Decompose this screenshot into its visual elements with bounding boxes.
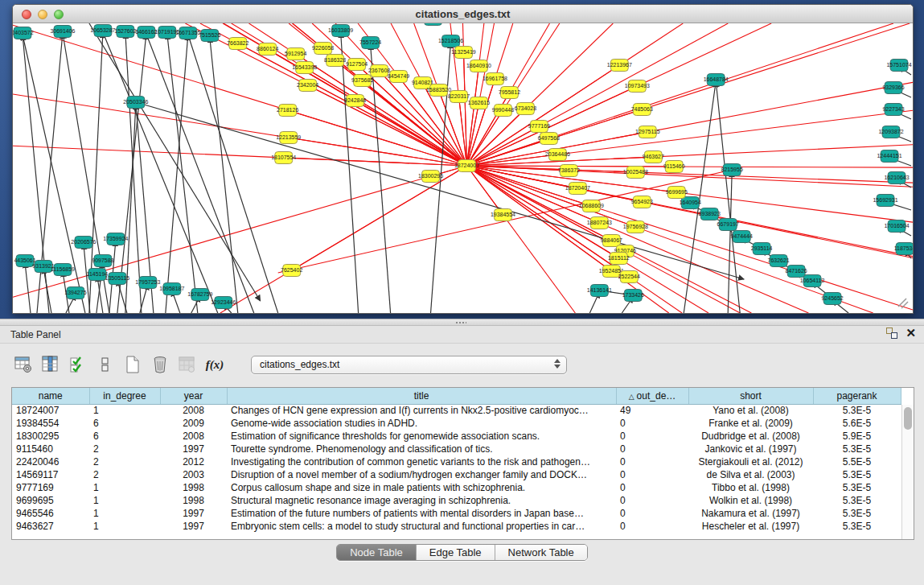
close-panel-icon[interactable]: ✕ — [906, 328, 916, 339]
graph-node[interactable]: 2403572 — [13, 27, 34, 39]
graph-node[interactable]: 8471626 — [786, 266, 807, 278]
table-row[interactable]: 946554611997Estimation of the future num… — [12, 507, 901, 520]
table-row[interactable]: 1938455462009Genome-wide association stu… — [12, 417, 901, 430]
table-cell[interactable]: Nakamura et al. (1997) — [688, 507, 813, 520]
graph-node[interactable]: 7663822 — [227, 38, 248, 50]
graph-node[interactable]: 8938923 — [699, 208, 721, 220]
graph-node[interactable]: 7485063 — [631, 104, 653, 116]
table-cell[interactable]: 18300295 — [12, 430, 89, 443]
graph-node[interactable]: 18807243 — [587, 217, 612, 229]
graph-node[interactable]: 8813054 — [422, 23, 444, 26]
column-header[interactable]: title — [227, 388, 616, 404]
table-cell[interactable]: Estimation of significance thresholds fo… — [227, 430, 616, 443]
graph-node[interactable]: 9097588 — [92, 255, 113, 267]
graph-node[interactable]: 11325419 — [451, 47, 476, 59]
graph-node[interactable]: 18724007 — [454, 160, 479, 172]
graph-node[interactable]: 1815112 — [608, 253, 630, 265]
graph-node[interactable]: 9242848 — [344, 95, 366, 107]
table-cell[interactable]: Tourette syndrome. Phenomenology and cla… — [227, 443, 616, 455]
panel-splitter[interactable] — [0, 319, 924, 326]
table-row[interactable]: 1456911722003Disruption of a novel membe… — [12, 468, 901, 481]
table-cell[interactable]: 0 — [616, 520, 688, 533]
table-cell[interactable]: 1 — [89, 520, 160, 533]
graph-node[interactable]: 9115460 — [663, 161, 685, 173]
graph-node[interactable]: 12093872 — [878, 126, 903, 138]
graph-node[interactable]: 20503346 — [123, 97, 148, 109]
graph-node[interactable]: 12444151 — [877, 150, 901, 163]
table-cell[interactable]: Embryonic stem cells: a model to study s… — [227, 520, 616, 533]
graph-node[interactable]: 9329366 — [882, 82, 904, 94]
graph-node[interactable]: 10653287 — [90, 25, 115, 37]
table-row[interactable]: 911546021997Tourette syndrome. Phenomeno… — [12, 443, 901, 455]
graph-node[interactable]: 1527602 — [114, 26, 136, 38]
graph-node[interactable]: 8860124 — [257, 43, 278, 56]
tab-node-table[interactable]: Node Table — [337, 545, 417, 560]
table-cell[interactable]: 1997 — [160, 443, 227, 455]
graph-node[interactable]: 15218506 — [438, 35, 463, 47]
table-cell[interactable]: 0 — [616, 443, 688, 455]
table-cell[interactable]: Jankovic et al. (1997) — [688, 443, 813, 455]
table-cell[interactable]: 1 — [89, 481, 160, 494]
table-cell[interactable]: 22420046 — [12, 455, 89, 468]
graph-node[interactable]: 9699695 — [666, 187, 688, 199]
graph-node[interactable]: 14136141 — [587, 285, 612, 297]
table-cell[interactable]: 2008 — [160, 430, 227, 443]
new-table-icon[interactable] — [121, 352, 145, 377]
table-cell[interactable]: 1998 — [160, 494, 227, 507]
graph-node[interactable]: 10654112 — [800, 275, 825, 287]
graph-node[interactable]: 7515526 — [199, 30, 220, 42]
table-cell[interactable]: 5.5E-5 — [813, 455, 901, 468]
show-column-icon[interactable] — [39, 352, 63, 377]
table-cell[interactable]: 2012 — [160, 455, 227, 468]
graph-node[interactable]: 7386372 — [558, 165, 580, 177]
graph-node[interactable]: 18720407 — [565, 183, 590, 195]
graph-node[interactable]: 10973493 — [625, 80, 650, 93]
graph-node[interactable]: 12923446 — [211, 297, 236, 309]
table-cell[interactable]: 6 — [89, 430, 160, 443]
column-header[interactable]: pagerank — [813, 388, 901, 404]
column-header[interactable]: short — [688, 388, 813, 404]
graph-node[interactable]: 9990448 — [492, 105, 514, 117]
table-cell[interactable]: 9777169 — [12, 481, 89, 494]
graph-node[interactable]: 17359924 — [103, 233, 128, 245]
column-header[interactable]: year — [160, 388, 227, 404]
graph-node[interactable]: 9127504 — [346, 59, 368, 71]
graph-node[interactable]: 16648784 — [704, 74, 729, 86]
table-cell[interactable]: 9115460 — [12, 443, 89, 455]
graph-node[interactable]: 13505115 — [105, 273, 130, 285]
table-cell[interactable]: 6 — [89, 417, 160, 430]
graph-node[interactable]: 20206576 — [71, 237, 96, 249]
table-cell[interactable]: 0 — [616, 430, 688, 443]
graph-node[interactable]: 30691406 — [50, 26, 75, 38]
table-cell[interactable]: 1997 — [160, 520, 227, 533]
table-cell[interactable]: 0 — [616, 494, 688, 507]
table-cell[interactable]: 0 — [616, 468, 688, 481]
graph-node[interactable]: 9227343 — [882, 104, 904, 116]
table-cell[interactable]: 5.3E-5 — [813, 507, 901, 520]
graph-node[interactable]: 16543398 — [292, 62, 317, 74]
graph-node[interactable]: 12975115 — [635, 126, 660, 138]
table-cell[interactable]: Disruption of a novel member of a sodium… — [227, 468, 616, 481]
table-cell[interactable]: 0 — [616, 455, 688, 468]
graph-node[interactable]: 8186328 — [324, 55, 346, 67]
table-cell[interactable]: 1998 — [160, 481, 227, 494]
tab-edge-table[interactable]: Edge Table — [417, 545, 495, 560]
table-cell[interactable]: 0 — [616, 417, 688, 430]
graph-node[interactable]: 15692931 — [873, 195, 897, 207]
table-row[interactable]: 2242004622012Investigating the contribut… — [12, 455, 901, 468]
float-panel-icon[interactable] — [886, 328, 897, 339]
graph-node[interactable]: 2718126 — [277, 105, 298, 117]
table-cell[interactable]: 9699695 — [12, 494, 89, 507]
graph-node[interactable]: 2522544 — [618, 271, 640, 283]
graph-node[interactable]: 16782759 — [187, 289, 212, 301]
table-cell[interactable]: 0 — [616, 481, 688, 494]
graph-node[interactable]: 1733426 — [622, 290, 644, 302]
graph-node[interactable]: 12213559 — [276, 132, 301, 144]
table-cell[interactable]: 0 — [616, 507, 688, 520]
graph-node[interactable]: 9245652 — [821, 293, 843, 305]
graph-node[interactable]: 9777169 — [528, 121, 550, 133]
network-canvas[interactable]: 2403572306914061065328715276026466162107… — [13, 23, 913, 313]
table-cell[interactable]: 5.6E-5 — [813, 417, 901, 430]
graph-node[interactable]: 18107554 — [271, 152, 296, 164]
table-cell[interactable]: Estimation of the future numbers of pati… — [227, 507, 616, 520]
